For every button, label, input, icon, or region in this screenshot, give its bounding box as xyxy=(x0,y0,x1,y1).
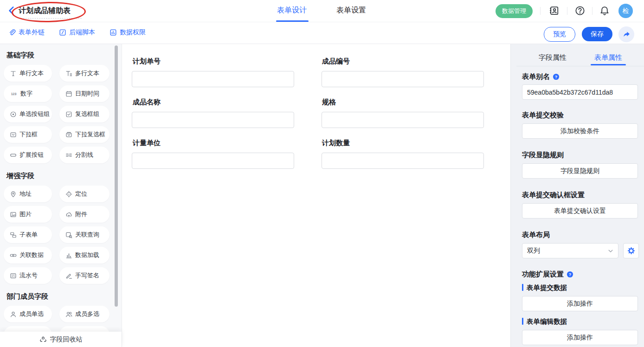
preview-button[interactable]: 预览 xyxy=(544,27,575,42)
submit-check-label: 表单提交校验 xyxy=(522,111,564,120)
field-item-locate[interactable]: 定位 xyxy=(59,186,109,202)
radio-icon xyxy=(10,111,17,118)
calendar-icon xyxy=(65,90,72,97)
active-tab-underline xyxy=(276,20,309,22)
permission-icon xyxy=(109,29,117,36)
field-item-checkbox-group[interactable]: 复选框组 xyxy=(59,106,109,122)
extension-settings-label: 功能扩展设置 xyxy=(522,270,573,279)
signature-icon xyxy=(65,272,72,279)
field-input-product-no[interactable] xyxy=(322,71,484,87)
submit-data-label: 表单提交数据 xyxy=(527,283,567,292)
checkbox-icon xyxy=(65,111,72,118)
section-marker xyxy=(522,284,523,291)
form-toolbar: 表单外链 后端脚本 数据权限 预览 保存 xyxy=(0,22,644,44)
image-icon xyxy=(10,211,17,218)
field-item-divider[interactable]: 分割线 xyxy=(59,147,109,163)
button-icon xyxy=(10,152,17,159)
share-button[interactable] xyxy=(618,26,634,42)
field-item-member-single[interactable]: 成员单选 xyxy=(4,306,52,322)
avatar[interactable]: 检 xyxy=(618,4,633,18)
field-label: 成品编号 xyxy=(322,57,350,66)
question-icon[interactable] xyxy=(567,271,573,278)
address-pin-icon xyxy=(10,191,17,198)
visibility-rule-label: 字段显隐规则 xyxy=(522,151,564,160)
field-label: 计划单号 xyxy=(133,57,161,66)
field-item-address[interactable]: 地址 xyxy=(4,186,52,202)
page-title: 计划成品辅助表 xyxy=(19,6,71,16)
gear-icon xyxy=(627,247,635,255)
field-item-datetime[interactable]: 日期时间 xyxy=(59,85,109,102)
form-canvas[interactable]: 计划单号 成品编号 成品名称 规格 计量单位 计划数量 xyxy=(122,44,511,347)
member-multi-icon xyxy=(65,311,72,318)
field-input-plan-no[interactable] xyxy=(132,71,294,87)
field-input-plan-qty[interactable] xyxy=(322,153,484,169)
question-icon[interactable] xyxy=(553,73,560,80)
section-title-enhanced-fields: 增强字段 xyxy=(6,172,34,180)
field-item-dropdown[interactable]: 下拉框 xyxy=(4,126,52,143)
divider-icon xyxy=(65,152,72,159)
add-action-button-edit[interactable]: 添加操作 xyxy=(522,330,638,345)
tab-form-settings[interactable]: 表单设置 xyxy=(336,6,366,15)
sidebar-scrollbar[interactable] xyxy=(115,45,118,307)
field-item-multi-dropdown[interactable]: 下拉复选框 xyxy=(59,126,109,143)
share-arrow-icon xyxy=(622,30,631,39)
field-item-multi-line-text[interactable]: 多行文本 xyxy=(59,65,109,82)
visibility-rule-button[interactable]: 字段显隐规则 xyxy=(522,163,638,179)
single-line-text-icon xyxy=(10,70,17,77)
field-item-related-data[interactable]: 关联数据 xyxy=(4,247,52,263)
field-label: 成品名称 xyxy=(133,98,161,107)
field-item-attachment[interactable]: 附件 xyxy=(59,206,109,223)
contact-book-icon[interactable] xyxy=(549,6,559,16)
field-recycle-bin[interactable]: 字段回收站 xyxy=(0,332,122,347)
field-item-member-multi[interactable]: 成员多选 xyxy=(59,306,109,322)
back-button[interactable] xyxy=(6,6,17,16)
member-single-icon xyxy=(10,311,17,318)
locate-icon xyxy=(65,191,72,198)
field-item-extend-button[interactable]: 扩展按钮 xyxy=(4,147,52,163)
add-action-button-submit[interactable]: 添加操作 xyxy=(522,296,638,311)
field-item-radio-group[interactable]: 单选按钮组 xyxy=(4,106,52,122)
backend-script-link[interactable]: 后端脚本 xyxy=(59,28,95,38)
multi-line-text-icon xyxy=(65,70,72,77)
edit-data-label: 表单编辑数据 xyxy=(527,317,567,326)
title-dashed-underline xyxy=(19,18,82,19)
field-item-serial-number[interactable]: 流水号 xyxy=(4,267,52,284)
tab-field-properties[interactable]: 字段属性 xyxy=(539,53,567,62)
header-divider xyxy=(540,7,541,15)
script-icon xyxy=(59,29,66,36)
form-alias-input[interactable] xyxy=(522,84,638,100)
field-item-signature[interactable]: 手写签名 xyxy=(59,267,109,284)
header-divider xyxy=(567,7,567,15)
field-item-number[interactable]: 数字 xyxy=(4,85,52,102)
form-alias-label: 表单别名 xyxy=(522,72,560,81)
data-manage-button[interactable]: 数据管理 xyxy=(496,4,533,18)
form-external-link[interactable]: 表单外链 xyxy=(8,28,45,38)
form-layout-select[interactable]: 双列 xyxy=(522,243,618,258)
data-load-icon xyxy=(65,252,72,259)
field-item-related-query[interactable]: 关联查询 xyxy=(59,226,109,243)
data-permission-link[interactable]: 数据权限 xyxy=(109,28,146,38)
submit-confirm-button[interactable]: 表单提交确认设置 xyxy=(522,203,638,218)
number-icon xyxy=(10,90,18,97)
save-button[interactable]: 保存 xyxy=(582,27,612,41)
tab-form-design[interactable]: 表单设计 xyxy=(277,6,307,15)
field-item-data-load[interactable]: 数据加载 xyxy=(59,247,109,263)
form-designer-app: 计划成品辅助表 表单设计 表单设置 数据管理 检 表单外链 后端脚本 数据权限 … xyxy=(0,0,644,347)
section-title-member-fields: 部门成员字段 xyxy=(6,292,48,301)
help-icon[interactable] xyxy=(575,6,585,16)
tab-form-properties[interactable]: 表单属性 xyxy=(594,53,622,62)
properties-panel: 字段属性 表单属性 表单别名 表单提交校验 添加校验条件 字段显隐规则 字段显隐… xyxy=(510,44,644,347)
field-item-subform[interactable]: 子表单 xyxy=(4,226,52,243)
field-label: 计划数量 xyxy=(322,139,350,148)
field-item-single-line-text[interactable]: 单行文本 xyxy=(4,65,52,82)
app-header: 计划成品辅助表 表单设计 表单设置 数据管理 检 xyxy=(0,0,644,22)
add-check-condition-button[interactable]: 添加校验条件 xyxy=(522,123,638,139)
field-input-product-name[interactable] xyxy=(132,112,294,128)
field-input-spec[interactable] xyxy=(322,112,484,128)
panel-active-tab-underline xyxy=(591,64,626,65)
layout-settings-button[interactable] xyxy=(623,243,639,258)
recycle-icon xyxy=(39,336,47,343)
field-item-image[interactable]: 图片 xyxy=(4,206,52,223)
field-input-unit[interactable] xyxy=(132,153,294,169)
bell-icon[interactable] xyxy=(599,6,610,16)
